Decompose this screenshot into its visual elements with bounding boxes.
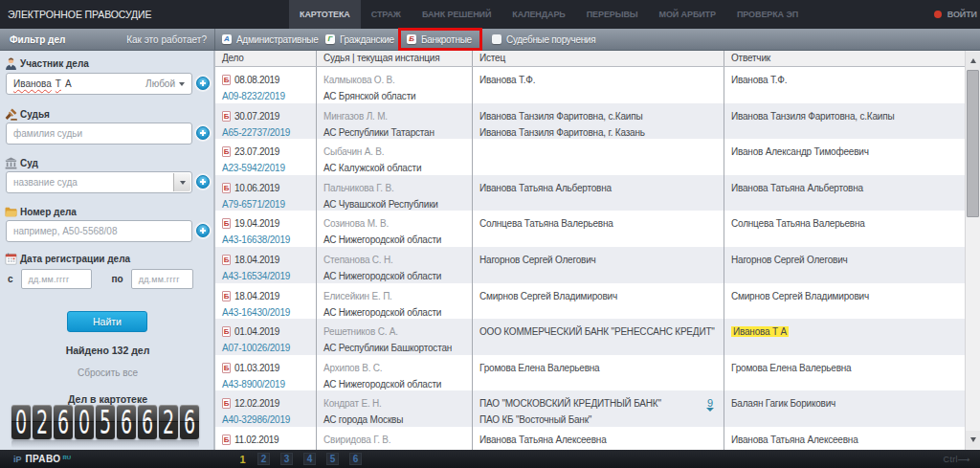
case-number-link[interactable]: А43-16534/2019 [222, 268, 316, 283]
participant-input[interactable]: ИвановаТА Любой [6, 73, 192, 95]
bankruptcy-icon: Б [222, 218, 231, 229]
counter-digit: 6 [138, 405, 157, 439]
nav-item-6[interactable]: МОЙ АРБИТР [649, 0, 726, 29]
defendant-name: Громова Елена Валерьевна [731, 360, 965, 376]
judge-name: Созинова М. В. [323, 215, 472, 232]
nav-item-5[interactable]: ПЕРЕРЫВЫ [576, 0, 649, 29]
plaintiff-name: Громова Елена Валерьевна [479, 360, 724, 376]
judge-cell: Архипов В. С.АС Нижегородской области [316, 355, 472, 391]
arrow-up-icon [970, 58, 976, 63]
add-case-number-button[interactable] [196, 224, 210, 237]
case-type-tab-label: Гражданские [340, 34, 394, 45]
login-button[interactable]: ВОЙТИ [934, 0, 980, 29]
counter-digit: 6 [54, 405, 73, 439]
table-row: Б01.04.2019А07-10026/2019Решетников С. А… [215, 319, 965, 355]
case-date: 30.07.2019 [234, 108, 279, 124]
case-number-link[interactable]: А65-22737/2019 [222, 124, 316, 140]
plaintiff-cell: Солнцева Татьяна Валерьевна [472, 211, 724, 247]
case-date: 10.06.2019 [234, 180, 279, 196]
case-type-tab-4[interactable]: Судебные поручения [492, 34, 607, 45]
vertical-scrollbar[interactable] [965, 51, 980, 450]
add-participant-button[interactable] [196, 77, 210, 90]
add-court-button[interactable] [196, 175, 210, 189]
nav-item-7[interactable]: ПРОВЕРКА ЭП [726, 0, 809, 29]
nav-item-1[interactable]: КАРТОТЕКА [289, 0, 361, 29]
reg-date-group: Дата регистрации дела [0, 253, 215, 265]
participant-value-word: Т [56, 78, 61, 89]
participant-role-select[interactable]: Любой [145, 78, 185, 89]
case-date-line: Б18.04.2019 [222, 252, 316, 268]
case-cell: Б18.04.2019А43-16430/2019 [215, 283, 316, 320]
case-number-link[interactable]: А07-10026/2019 [222, 340, 316, 355]
page-3[interactable]: 3 [280, 453, 293, 465]
defendant-cell: Громова Елена Валерьевна [724, 355, 965, 391]
counter-digit-value: 2 [36, 404, 48, 441]
page-4[interactable]: 4 [303, 453, 316, 465]
case-number-link[interactable]: А40-32986/2019 [222, 412, 316, 427]
pravo-logo-icon: iP [13, 454, 22, 465]
add-judge-button[interactable] [196, 126, 210, 140]
judge-input[interactable]: фамилия судьи [6, 123, 192, 145]
participant-label-row: Участник дела [0, 57, 215, 70]
case-cell: Б23.07.2019А23-5942/2019 [215, 139, 316, 175]
plaintiff-name: ПАО КБ "Восточный Банк" [479, 412, 724, 427]
case-type-tab-1[interactable]: ААдминистративные [222, 34, 325, 45]
judge-name: Пальчикова Г. В. [323, 180, 472, 196]
column-header-3: Истец [472, 51, 724, 66]
cases-counter: 026056626 [11, 405, 201, 439]
case-type-tab-3[interactable]: ББанкротные [407, 34, 492, 45]
case-number-input[interactable]: например, А50-5568/08 [6, 220, 192, 242]
table-row: Б08.08.2019А09-8232/2019Калмыкова О. В.А… [215, 67, 965, 103]
page-2[interactable]: 2 [257, 453, 270, 465]
court-placeholder: название суда [13, 177, 78, 188]
participant-value: ИвановаТА [13, 78, 76, 89]
arrow-down-icon [970, 437, 976, 442]
case-date: 18.04.2019 [234, 288, 279, 304]
nav-item-2[interactable]: СТРАЖ [361, 0, 412, 29]
case-number-link[interactable]: А43-16638/2019 [222, 232, 316, 247]
search-button[interactable]: Найти [67, 311, 147, 332]
court-name: АС города Москвы [323, 412, 472, 427]
court-select[interactable]: название суда [6, 171, 192, 193]
case-date: 23.07.2019 [234, 144, 279, 160]
defendant-name: Иванова Татьяна Альбертовна [731, 180, 965, 196]
case-number-link[interactable]: А23-5942/2019 [222, 160, 316, 175]
court-select-button[interactable] [173, 173, 190, 191]
pagination: 123456 [236, 453, 372, 465]
search-match-highlight: Иванова Т А [731, 326, 789, 337]
judge-label-row: Судья [0, 108, 215, 121]
pravo-logo-text: ПРАВО [26, 454, 61, 465]
table-row: Б18.04.2019А43-16534/2019Степанова С. Н.… [215, 247, 965, 283]
case-number-link[interactable]: А09-8232/2019 [222, 88, 316, 103]
date-to-input[interactable]: дд.мм.гггг [131, 269, 193, 289]
page-1[interactable]: 1 [236, 453, 249, 465]
table-row: Б18.04.2019А43-16430/2019Елисейкин Е. П.… [215, 283, 965, 320]
case-number-link[interactable]: А43-16430/2019 [222, 304, 316, 320]
nav-item-3[interactable]: БАНК РЕШЕНИЙ [412, 0, 501, 29]
more-parties-link[interactable]: 9 [706, 398, 714, 425]
date-from-input[interactable]: дд.мм.гггг [21, 269, 92, 289]
case-date-line: Б10.06.2019 [222, 180, 316, 196]
table-row: Б10.06.2019А79-6571/2019Пальчикова Г. В.… [215, 175, 965, 212]
reg-date-label-row: Дата регистрации дела [0, 253, 215, 265]
how-it-works-link[interactable]: Как это работает? [126, 34, 207, 45]
case-number-link[interactable]: А43-8900/2019 [222, 376, 316, 391]
reset-all-link[interactable]: Сбросить все [0, 368, 215, 378]
scroll-down-button[interactable] [966, 431, 980, 449]
table-row: Б30.07.2019А65-22737/2019Мингазов Л. М.А… [215, 103, 965, 140]
chevron-down-icon [179, 82, 185, 86]
participant-value-word: А [65, 78, 72, 89]
page-5[interactable]: 5 [326, 453, 339, 465]
counter-digit: 2 [159, 405, 178, 439]
case-type-tab-label: Административные [236, 34, 319, 45]
case-type-tab-2[interactable]: ГГражданские [325, 34, 407, 45]
case-number-link[interactable]: А79-6571/2019 [222, 196, 316, 212]
case-date-line: Б23.07.2019 [222, 144, 316, 160]
scroll-up-button[interactable] [966, 52, 980, 70]
scrollbar-thumb[interactable] [967, 70, 979, 217]
case-date-line: Б18.04.2019 [222, 288, 316, 304]
chevron-down-icon [180, 181, 186, 185]
judge-cell: Калмыкова О. В.АС Брянской области [316, 67, 472, 103]
page-6[interactable]: 6 [349, 453, 362, 465]
nav-item-4[interactable]: КАЛЕНДАРЬ [501, 0, 575, 29]
